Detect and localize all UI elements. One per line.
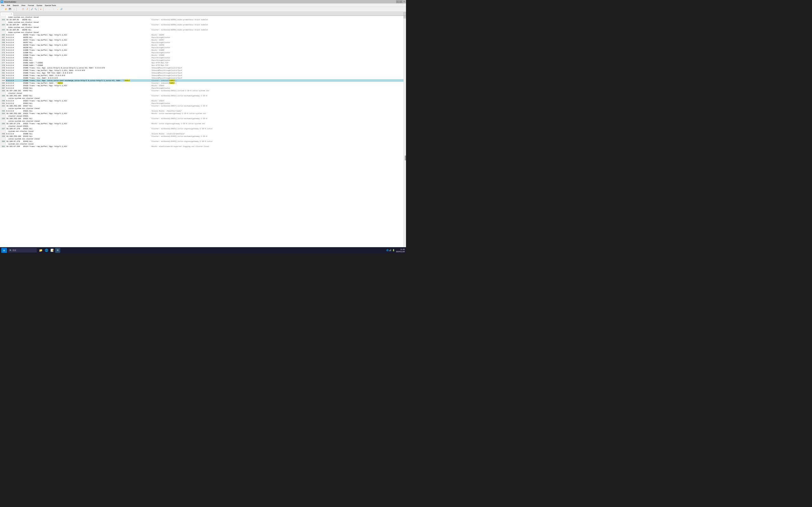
line-content: 0.0.0.0 15090 ALL [6, 133, 33, 135]
line-left: .cluster.local:15021 [6, 125, 148, 127]
cut-button[interactable]: ✂ [17, 7, 21, 11]
menu-item-edit[interactable]: Edit [6, 3, 11, 7]
title-bar: M MobaTextEditor − □ ✕ [0, 0, 406, 3]
menu-item-search[interactable]: Search [11, 3, 20, 7]
line-number: 291 [0, 102, 6, 105]
clock[interactable]: 11:45 2024/11/20 [396, 248, 405, 252]
line-left: 0.0.0.0 15090 ALL [6, 132, 148, 135]
table-row: 29510.108.253.166 15021 ALLCluster: outb… [0, 117, 403, 120]
scroll-thumb[interactable] [405, 156, 406, 160]
line-content: 0.0.0.0 10259 Trans: raw_buffer; App: ht… [6, 44, 67, 46]
row-content: 10.108.253.166 15017 ALLCluster: outboun… [6, 105, 403, 107]
vertical-scrollbar[interactable]: ▲ ▼ [403, 16, 406, 250]
table-row: 26410.10.104.94 10250 ALLCluster: outbou… [0, 23, 403, 26]
taskbar-app-browser[interactable]: 🌐 [44, 248, 49, 253]
row-content: 0.0.0.0 15006 Trans: tls; App: istio-htt… [6, 66, 403, 69]
toolbar-separator-3 [38, 8, 39, 11]
link-button[interactable]: 🔗 [60, 7, 63, 11]
battery-icon[interactable]: 🔋 [392, 249, 395, 251]
table-row: 29610.109.97.179 15021 Trans: raw_buffer… [0, 122, 403, 125]
row-content: 0.0.0.0 12800 ALLPassthroughCluster [6, 56, 403, 59]
line-number: 274 [0, 54, 6, 56]
row-content: 10.108.253.166 15021 Trans: raw_buffer; … [6, 112, 403, 115]
row-content: .cluster.local:15021 [6, 125, 403, 127]
volume-icon[interactable]: 🔊 [389, 249, 392, 251]
maximize-button[interactable]: □ [399, 1, 402, 3]
line-content: 0.0.0.0 15006 Addr: *:15006 [6, 64, 43, 66]
line-content: 10.108.253.166 15012 ALL [6, 95, 33, 97]
taskbar-search[interactable]: 🔍 搜索 [8, 248, 37, 252]
menu-item-view[interactable]: View [20, 3, 27, 7]
minimize-button[interactable]: − [396, 1, 399, 3]
copy-button[interactable]: 📋 [21, 7, 25, 11]
close-button[interactable]: ✕ [403, 1, 405, 3]
start-button[interactable]: ⊞ [1, 248, 7, 253]
taskbar-app-mobaxterm[interactable]: M [55, 248, 60, 253]
table-row: .kube-system.svc.cluster.local [0, 21, 403, 23]
line-content: 10.109.97.179 15443 ALL [6, 140, 33, 142]
line-number: 270 [0, 44, 6, 46]
window-controls: − □ ✕ [396, 1, 405, 3]
find-button[interactable]: 🔎 [30, 7, 34, 11]
line-left: 0.0.0.0 15001 Addr: *:15001 [6, 61, 148, 64]
menu-item-special-tools[interactable]: Special Tools [44, 3, 57, 7]
menu-item-format[interactable]: Format [27, 3, 35, 7]
line-annotation: Route: 11800 [148, 49, 164, 51]
toolbar-separator-4 [43, 8, 44, 11]
search-icon: 🔍 [9, 249, 12, 251]
print-button[interactable]: 🖨 [12, 7, 16, 11]
line-content: 0.0.0.0 10255 ALL [6, 37, 33, 38]
new-file-button[interactable]: 📄 [0, 7, 4, 11]
line-left: .istio-system.svc.cluster.local [6, 107, 148, 110]
redo-button[interactable]: ↪ [48, 7, 52, 11]
line-annotation: Cluster: inbound|50052|| [148, 82, 177, 84]
table-row: .kube-system.svc.cluster.local [0, 26, 403, 29]
tab-close-icon[interactable]: ✕ [11, 13, 12, 15]
row-content: .cluster.local [6, 92, 403, 95]
line-content: 0.0.0.0 15006 Trans: raw_buffer; Addr: *… [6, 82, 63, 84]
scroll-tabs-right[interactable]: ▼ [403, 12, 406, 16]
line-number: 277 [0, 61, 6, 64]
row-content: 0.0.0.0 15090 ALLInline Route: /stats/pr… [6, 132, 403, 135]
table-row: .istio-system.svc.cluster.local [0, 120, 403, 122]
menu-item-file[interactable]: File [0, 3, 6, 7]
row-content: 0.0.0.0 15006 Trans: raw_buffer; Addr: *… [6, 82, 403, 84]
paste-button[interactable]: 📝 [25, 7, 29, 11]
line-content: 0.0.0.0 11800 ALL [6, 52, 33, 54]
scroll-up-arrow[interactable]: ▲ [403, 16, 406, 18]
line-content: 10.109.97.179 15021 Trans: raw_buffer; A… [6, 123, 67, 124]
line-left: 0.0.0.0 12800 ALL [6, 56, 148, 59]
line-content: .cluster.local:15021 [6, 125, 28, 127]
taskbar-app-explorer[interactable]: 📁 [38, 248, 43, 253]
line-content: .kube-system.svc.cluster.local [6, 32, 39, 33]
line-left: 0.0.0.0 15014 Trans: raw_buffer; App: ht… [6, 100, 148, 102]
line-number: 292 [0, 105, 6, 107]
line-number [0, 120, 6, 122]
show-all-chars-button[interactable]: ¶ [52, 7, 55, 11]
line-annotation: PassthroughCluster [148, 41, 170, 44]
line-content: 10.10.104.94 10250 ALL [6, 24, 32, 26]
highlight-button[interactable]: ✏ [56, 7, 60, 11]
row-content: 0.0.0.0 12800 Trans: raw_buffer; App: ht… [6, 54, 403, 56]
network-icon[interactable]: 🌐 [386, 249, 389, 251]
line-left: 0.0.0.0 15006 Trans: raw_buffer; Addr: *… [6, 82, 148, 84]
editor[interactable]: .kube-system.svc.cluster.local26310.10.1… [0, 16, 403, 250]
line-left: -system.svc.cluster.local [6, 143, 148, 145]
replace-button[interactable]: 🔍 [34, 7, 38, 11]
line-left: 0.0.0.0 10259 ALL [6, 46, 148, 49]
table-row: 2780.0.0.0 15006 Addr: *:15006Non-HTTP/N… [0, 64, 403, 66]
row-content: 10.10.104.95 10250 ALLCluster: outbound|… [6, 29, 403, 31]
line-left: 0.0.0.0 12800 Trans: raw_buffer; App: ht… [6, 54, 148, 56]
menu-item-syntax[interactable]: Syntax [35, 3, 44, 7]
undo-button[interactable]: ↩ [44, 7, 48, 11]
line-content: 0.0.0.0 15010 Trans: raw_buffer; App: ht… [6, 84, 67, 87]
save-button[interactable]: 💾 [8, 7, 12, 11]
delete-button[interactable]: ✕ [39, 7, 43, 11]
taskbar-app-notepad[interactable]: 📝 [49, 248, 55, 253]
line-content: 0.0.0.0 10257 Trans: raw_buffer; App: ht… [6, 39, 67, 41]
line-annotation: Non-HTTP/Non-TCP [148, 64, 168, 66]
table-row: 2910.0.0.0 15014 ALLPassthroughCluster [0, 102, 403, 105]
open-button[interactable]: 📂 [4, 7, 8, 11]
row-content: .kube-system.svc.cluster.local [6, 26, 403, 29]
tab-listeners[interactable]: listeners.txt ✕ [0, 12, 14, 16]
